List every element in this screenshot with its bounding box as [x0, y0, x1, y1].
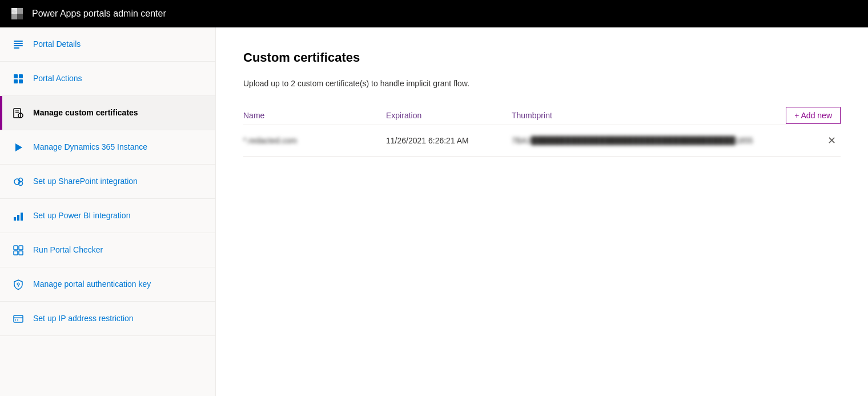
svg-rect-25	[14, 246, 18, 250]
svg-marker-4	[17, 14, 23, 19]
svg-rect-27	[14, 251, 18, 255]
list-icon	[11, 38, 25, 51]
cell-expiration: 11/26/2021 6:26:21 AM	[386, 136, 512, 145]
svg-point-33	[15, 319, 16, 321]
sidebar-item-ip-restriction[interactable]: Set up IP address restriction	[0, 302, 215, 336]
sidebar-item-portal-checker[interactable]: Run Portal Checker	[0, 233, 215, 267]
svg-point-29	[17, 283, 19, 285]
chart-icon	[11, 209, 25, 223]
svg-rect-31	[14, 315, 23, 322]
svg-rect-24	[21, 213, 23, 221]
page-description: Upload up to 2 custom certificate(s) to …	[243, 79, 841, 88]
table-columns: Name Expiration Thumbprint	[243, 106, 786, 125]
sidebar-item-portal-actions[interactable]: Portal Actions	[0, 62, 215, 96]
sidebar-item-label: Set up SharePoint integration	[33, 176, 138, 186]
sidebar-item-label: Set up IP address restriction	[33, 313, 134, 323]
sidebar-item-powerbi[interactable]: Set up Power BI integration	[0, 199, 215, 233]
table-header: Name Expiration Thumbprint + Add new	[243, 106, 841, 125]
cell-name: *.redacted.com	[243, 136, 386, 145]
sidebar-item-label: Manage custom certificates	[33, 107, 138, 118]
sidebar-item-portal-details[interactable]: Portal Details	[0, 27, 215, 62]
sidebar: Portal Details Portal Actions	[0, 27, 216, 396]
sidebar-item-auth-key[interactable]: Manage portal authentication key	[0, 267, 215, 302]
svg-rect-9	[14, 47, 19, 49]
checker-icon	[11, 243, 25, 257]
play-icon	[11, 141, 25, 154]
sidebar-item-label: Manage Dynamics 365 Instance	[33, 142, 147, 152]
app-logo	[9, 6, 25, 22]
svg-marker-3	[11, 14, 17, 19]
col-header-name: Name	[243, 111, 386, 120]
svg-point-34	[17, 319, 18, 321]
shield-icon	[11, 278, 25, 291]
svg-rect-26	[19, 246, 23, 250]
svg-marker-18	[15, 143, 22, 151]
svg-rect-10	[14, 74, 18, 78]
cell-thumbprint: 7BA3████████████████████████████████████…	[512, 136, 823, 145]
svg-rect-6	[14, 41, 23, 42]
svg-rect-12	[14, 79, 18, 83]
topbar: Power Apps portals admin center	[0, 0, 868, 27]
svg-rect-28	[19, 251, 23, 255]
svg-rect-11	[19, 74, 23, 78]
ip-icon	[11, 312, 25, 326]
sidebar-item-label: Portal Actions	[33, 73, 82, 83]
sidebar-item-sharepoint[interactable]: Set up SharePoint integration	[0, 165, 215, 199]
main-content: Custom certificates Upload up to 2 custo…	[216, 27, 868, 396]
add-new-button[interactable]: + Add new	[786, 107, 841, 124]
svg-rect-13	[19, 79, 23, 83]
col-header-expiration: Expiration	[386, 111, 512, 120]
certificate-icon	[11, 106, 25, 120]
sidebar-item-label: Set up Power BI integration	[33, 210, 130, 221]
table-row: *.redacted.com 11/26/2021 6:26:21 AM 7BA…	[243, 125, 841, 157]
apps-icon	[11, 72, 25, 86]
app-title: Power Apps portals admin center	[32, 9, 166, 19]
svg-marker-2	[17, 8, 23, 14]
svg-rect-7	[14, 43, 23, 44]
page-title: Custom certificates	[243, 50, 841, 65]
delete-row-button[interactable]: ✕	[823, 132, 841, 149]
col-header-thumbprint: Thumbprint	[512, 111, 786, 120]
sidebar-item-manage-dynamics[interactable]: Manage Dynamics 365 Instance	[0, 130, 215, 165]
sharepoint-icon	[11, 175, 25, 189]
sidebar-item-label: Manage portal authentication key	[33, 279, 151, 289]
sidebar-item-label: Run Portal Checker	[33, 245, 103, 255]
svg-rect-22	[14, 217, 16, 221]
sidebar-item-label: Portal Details	[33, 39, 81, 49]
sidebar-item-manage-custom-certificates[interactable]: Manage custom certificates	[0, 96, 215, 130]
svg-rect-8	[14, 45, 23, 46]
svg-rect-23	[17, 215, 19, 221]
